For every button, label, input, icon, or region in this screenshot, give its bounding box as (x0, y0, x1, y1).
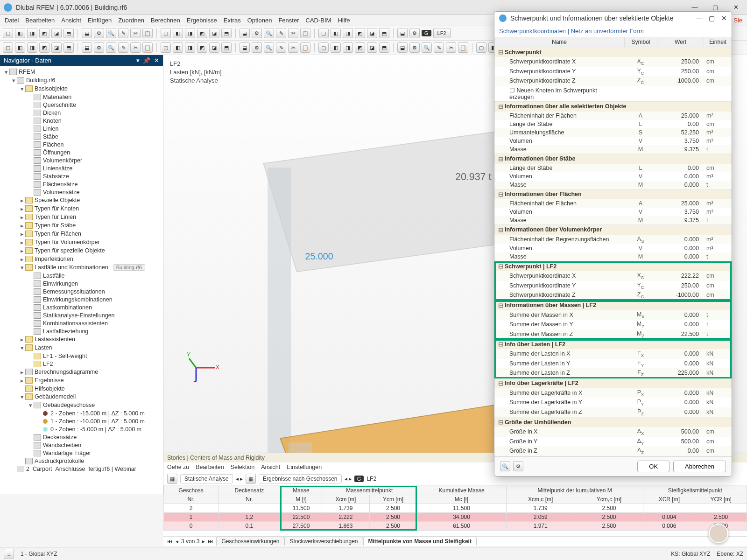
tool-btn-toolbar2-4[interactable]: ◪ (51, 42, 62, 53)
tree-item[interactable]: Bemessungssituationen (0, 287, 163, 295)
nav-collapse-icon[interactable]: ▾ (136, 57, 140, 64)
cancel-button[interactable]: Abbrechen (673, 461, 726, 472)
tree-item[interactable]: ▸Typen für Linien (0, 213, 163, 221)
tool-btn-toolbar1-8[interactable]: 🔍 (106, 28, 116, 38)
tree-item[interactable]: ▾Lastfälle und KombinationenBuilding.rf6 (0, 263, 163, 272)
loadcase-label[interactable]: LF2 (366, 476, 376, 482)
tool-btn-toolbar1-23[interactable]: 📋 (300, 28, 310, 38)
tree-item[interactable]: Materialien (0, 93, 163, 101)
tool-btn-toolbar1-17[interactable]: ⬒ (221, 28, 232, 38)
menu-cad-bim[interactable]: CAD-BIM (306, 17, 331, 24)
tree-item[interactable]: Knoten (0, 117, 163, 125)
menu-fenster[interactable]: Fenster (278, 17, 299, 24)
tree-item[interactable]: 0 - Zoben : -5.000 m | ΔZ : 5.000 m (0, 425, 163, 433)
tree-item[interactable]: Dicken (0, 109, 163, 117)
menu-extras[interactable]: Extras (224, 17, 241, 24)
tool-btn-toolbar1-22[interactable]: ✂ (288, 28, 298, 38)
dialog-max-icon[interactable]: ▢ (709, 14, 715, 22)
group-header[interactable]: ⊟Schwerpunkt (494, 47, 732, 57)
tool-btn-toolbar2-33[interactable]: ✎ (434, 42, 444, 53)
tool-btn-toolbar1-9[interactable]: ✎ (118, 28, 128, 38)
menu-zuordnen[interactable]: Zuordnen (118, 17, 144, 24)
tool-btn-toolbar2-17[interactable]: ⬒ (221, 42, 232, 53)
pager-last-icon[interactable]: ⏭ (208, 538, 213, 545)
tool-btn-toolbar2-20[interactable]: 🔍 (264, 42, 274, 53)
pager-next-icon[interactable]: ▸ (202, 538, 205, 545)
tool-btn-toolbar2-21[interactable]: ✎ (276, 42, 286, 53)
tree-item[interactable]: Volumenkörper (0, 156, 163, 164)
tree-item[interactable]: ▸Spezielle Objekte (0, 196, 163, 204)
group-header[interactable]: ⊟Informationen über Massen | LF2 (494, 301, 732, 310)
tree-item[interactable]: Wandscheiben (0, 441, 163, 449)
tree-item[interactable]: Volumensätze (0, 188, 163, 196)
dialog-close-icon[interactable]: ✕ (721, 14, 727, 22)
pager-first-icon[interactable]: ⏮ (167, 538, 173, 545)
tree-item[interactable]: ▾RFEM (0, 68, 163, 76)
tool-btn-toolbar1-29[interactable]: ⬒ (379, 28, 389, 38)
tree-item[interactable]: Ausdruckprotokolle (0, 457, 163, 465)
group-header[interactable]: ⊟Informationen über Stäbe (494, 154, 732, 164)
tool-btn-toolbar2-16[interactable]: ◪ (209, 42, 219, 53)
tree-item[interactable]: Querschnitte (0, 101, 163, 109)
tool-btn-toolbar1-2[interactable]: ◨ (27, 28, 37, 38)
tool-btn-toolbar2-0[interactable]: ▢ (3, 42, 13, 53)
menu-bearbeiten[interactable]: Bearbeiten (25, 17, 55, 24)
tool-btn-toolbar2-3[interactable]: ◩ (39, 42, 49, 53)
tree-item[interactable]: ▸Typen für spezielle Objekte (0, 246, 163, 255)
tool-btn-toolbar1-25[interactable]: ◧ (331, 28, 341, 38)
tree-item[interactable]: Lastfälle (0, 272, 163, 280)
tool-btn-toolbar2-22[interactable]: ✂ (288, 42, 298, 53)
navigator-tree[interactable]: ▾RFEM▾Building.rf6▾BasisobjekteMateriali… (0, 66, 163, 494)
tool-btn-toolbar1-30[interactable]: ⬓ (397, 28, 408, 38)
tool-btn-toolbar2-19[interactable]: ⚙ (252, 42, 262, 53)
group-header[interactable]: ⊟Größe der Umhüllenden (494, 417, 732, 427)
menu-optionen[interactable]: Optionen (247, 17, 272, 24)
tool-btn-toolbar2-15[interactable]: ◩ (197, 42, 207, 53)
results-tab[interactable]: Stockwerksverschiebungen (284, 537, 363, 546)
tool-btn-toolbar1-7[interactable]: ⚙ (94, 28, 104, 38)
tree-item[interactable]: ▾Gebäudemodell (0, 392, 163, 401)
tree-item[interactable]: ▸Ergebnisse (0, 376, 163, 385)
tool-btn-toolbar2-8[interactable]: 🔍 (106, 42, 116, 53)
tool-btn-toolbar2-26[interactable]: ◨ (343, 42, 353, 53)
tool-btn-toolbar2-24[interactable]: ▢ (318, 42, 329, 53)
tool-btn-toolbar1-13[interactable]: ◧ (173, 28, 183, 38)
results-tab[interactable]: Mittelpunkte von Masse und Steifigkeit (363, 537, 477, 546)
tree-item[interactable]: Statikanalyse-Einstellungen (0, 311, 163, 319)
menu-einfügen[interactable]: Einfügen (88, 17, 112, 24)
tool-btn-toolbar2-28[interactable]: ◪ (367, 42, 377, 53)
tool-btn-toolbar1-0[interactable]: ▢ (3, 28, 13, 38)
tree-item[interactable]: Wandartige Träger (0, 449, 163, 457)
bp-menu-item[interactable]: Einstellungen (287, 464, 322, 470)
tool-btn-toolbar1-26[interactable]: ◨ (343, 28, 353, 38)
tree-item[interactable]: ▸Berechnungsdiagramme (0, 368, 163, 376)
pager-prev-icon[interactable]: ◂ (176, 538, 178, 545)
tool-btn-toolbar1-28[interactable]: ◪ (367, 28, 377, 38)
tool-btn-toolbar1-10[interactable]: ✂ (130, 28, 141, 38)
tree-item[interactable]: ▸Lastassistenten (0, 335, 163, 343)
tree-item[interactable]: Einwirkungskombinationen (0, 295, 163, 303)
dialog-min-icon[interactable]: — (696, 14, 703, 22)
tool-btn-toolbar2-35[interactable]: 📋 (458, 42, 468, 53)
tree-item[interactable]: Flächensätze (0, 180, 163, 188)
tool-btn-toolbar2-34[interactable]: ✂ (446, 42, 456, 53)
settings-icon[interactable]: ⚙ (513, 461, 523, 471)
tree-item[interactable]: ▾Basisobjekte (0, 84, 163, 93)
bp-menu-item[interactable]: Gehe zu (167, 464, 189, 470)
group-header[interactable]: ⊟Schwerpunkt | LF2 (494, 261, 732, 271)
tool-btn-toolbar1-27[interactable]: ◩ (355, 28, 365, 38)
tree-item[interactable]: ▸Typen für Stäbe (0, 221, 163, 230)
loadcase-select[interactable]: LF2 (433, 28, 451, 38)
tool-btn-toolbar1-5[interactable]: ⬒ (63, 28, 74, 38)
tree-item[interactable]: Liniensätze (0, 164, 163, 172)
tree-item[interactable]: ▸Typen für Volumenkörper (0, 238, 163, 246)
coord-system-label[interactable]: 1 - Global XYZ (21, 551, 57, 557)
tree-item[interactable]: 2 - Zoben : -15.000 m | ΔZ : 5.000 m (0, 409, 163, 417)
tool-btn-toolbar1-31[interactable]: ⚙ (409, 28, 420, 38)
tool-btn-toolbar1-18[interactable]: ⬓ (240, 28, 250, 38)
group-header[interactable]: ⊟Informationen über Volumenkörper (494, 225, 732, 235)
tree-item[interactable]: ▸Typen für Flächen (0, 230, 163, 238)
tree-item[interactable]: ▸Typen für Knoten (0, 204, 163, 213)
tree-item[interactable]: 2_Carport_Anschlüsse_fertig.rf6 | Webina… (0, 465, 163, 473)
tree-item[interactable]: Öffnungen (0, 148, 163, 156)
